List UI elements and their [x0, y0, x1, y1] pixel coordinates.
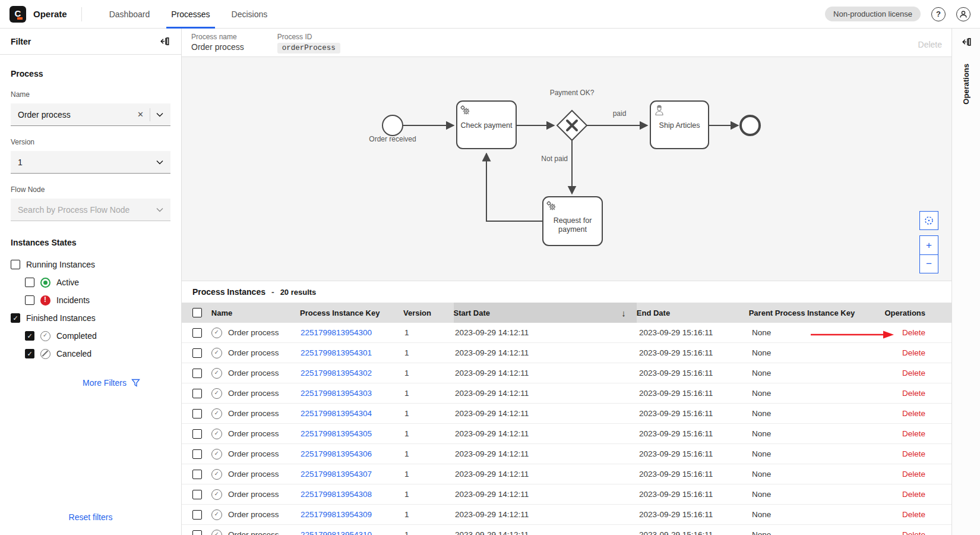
start-event-order-received[interactable]: [382, 115, 403, 136]
row-checkbox[interactable]: [192, 348, 202, 358]
instance-start-date: 2023-09-29 14:12:11: [455, 343, 639, 363]
reset-zoom-button[interactable]: [919, 211, 938, 230]
instance-name: Order process: [228, 470, 279, 479]
instance-version: 1: [404, 449, 455, 458]
row-checkbox[interactable]: [192, 510, 202, 520]
chevron-down-icon[interactable]: [156, 160, 163, 165]
operations-panel-collapsed: Operations: [951, 29, 980, 535]
delete-instance-link[interactable]: Delete: [902, 369, 925, 377]
checkbox[interactable]: [25, 349, 34, 358]
checkbox[interactable]: [11, 260, 20, 269]
flow-node-combobox[interactable]: [11, 199, 170, 221]
instance-state-filter: Incidents: [11, 291, 170, 309]
row-checkbox[interactable]: [192, 530, 202, 535]
version-dropdown[interactable]: 1: [11, 151, 170, 174]
chevron-down-icon[interactable]: [156, 112, 163, 117]
row-checkbox[interactable]: [192, 490, 202, 499]
instance-key-link[interactable]: 2251799813954310: [301, 530, 372, 535]
process-name: Order process: [191, 42, 244, 52]
instance-version: 1: [404, 409, 455, 418]
instance-key-link[interactable]: 2251799813954303: [301, 389, 372, 398]
state-label: Finished Instances: [26, 313, 96, 323]
table-header-row: Name Process Instance Key Version Start …: [182, 303, 951, 323]
process-name-combobox[interactable]: Order process ✕: [11, 103, 170, 126]
task-request-payment-label-line1: Request for: [554, 216, 592, 225]
delete-instance-link[interactable]: Delete: [902, 348, 925, 357]
row-checkbox[interactable]: [192, 449, 202, 459]
delete-instance-link[interactable]: Delete: [902, 429, 925, 438]
instance-key-link[interactable]: 2251799813954302: [301, 369, 372, 377]
instance-key-link[interactable]: 2251799813954304: [301, 409, 372, 418]
process-header: Process name Order process Process ID or…: [182, 29, 951, 57]
tab-decisions[interactable]: Decisions: [221, 0, 279, 29]
instance-key-link[interactable]: 2251799813954309: [301, 510, 372, 519]
completed-state-icon: [211, 348, 222, 358]
instance-key-link[interactable]: 2251799813954305: [301, 429, 372, 438]
operations-panel-label[interactable]: Operations: [962, 64, 970, 105]
main-nav: Dashboard Processes Decisions: [99, 0, 279, 29]
instance-start-date: 2023-09-29 14:12:11: [455, 424, 639, 443]
row-checkbox[interactable]: [192, 369, 202, 378]
zoom-out-button[interactable]: −: [919, 254, 938, 273]
clear-selection-icon[interactable]: ✕: [135, 110, 150, 119]
process-id-label: Process ID: [277, 33, 340, 41]
instance-end-date: 2023-09-29 15:16:11: [639, 429, 752, 438]
column-header-end-date[interactable]: End Date: [637, 309, 749, 317]
help-icon[interactable]: ?: [931, 7, 946, 21]
sort-descending-icon[interactable]: ↓: [621, 308, 626, 318]
instance-version: 1: [404, 470, 455, 479]
column-header-start-date[interactable]: Start Date ↓: [454, 303, 637, 323]
select-all-checkbox[interactable]: [192, 308, 202, 317]
column-header-process-instance-key[interactable]: Process Instance Key: [300, 309, 403, 317]
tab-dashboard[interactable]: Dashboard: [99, 0, 161, 29]
collapse-filter-panel-icon[interactable]: [158, 35, 170, 48]
delete-instance-link[interactable]: Delete: [902, 449, 925, 458]
delete-instance-link[interactable]: Delete: [902, 409, 925, 418]
delete-instance-link[interactable]: Delete: [902, 510, 925, 519]
table-row: Order process 2251799813954308 1 2023-09…: [182, 484, 951, 505]
instance-key-link[interactable]: 2251799813954308: [301, 490, 372, 499]
zoom-in-button[interactable]: +: [919, 235, 938, 254]
row-checkbox[interactable]: [192, 470, 202, 479]
instance-key-link[interactable]: 2251799813954300: [301, 328, 372, 337]
end-event[interactable]: [741, 116, 760, 135]
checkbox[interactable]: [25, 295, 34, 305]
user-avatar-icon[interactable]: [956, 7, 970, 21]
process-id-chip: orderProcess: [277, 43, 340, 54]
column-header-name[interactable]: Name: [211, 309, 300, 317]
checkbox[interactable]: [11, 313, 20, 323]
table-row: Order process 2251799813954304 1 2023-09…: [182, 404, 951, 424]
checkbox[interactable]: [25, 331, 34, 341]
expand-operations-panel-icon[interactable]: [960, 36, 972, 48]
table-row: Order process 2251799813954301 1 2023-09…: [182, 343, 951, 363]
row-checkbox[interactable]: [192, 429, 202, 439]
instance-key-link[interactable]: 2251799813954306: [301, 449, 372, 458]
instance-name: Order process: [228, 449, 279, 458]
delete-instance-link[interactable]: Delete: [902, 530, 925, 535]
instance-key-link[interactable]: 2251799813954307: [301, 470, 372, 479]
instance-end-date: 2023-09-29 15:16:11: [639, 510, 752, 519]
state-label: Canceled: [56, 349, 91, 358]
delete-instance-link[interactable]: Delete: [902, 470, 925, 479]
chevron-down-icon[interactable]: [156, 207, 163, 212]
instance-key-link[interactable]: 2251799813954301: [301, 348, 372, 357]
row-checkbox[interactable]: [192, 389, 202, 398]
instance-version: 1: [404, 348, 455, 357]
instance-parent-key: None: [752, 470, 889, 479]
reset-filters-button[interactable]: Reset filters: [69, 512, 113, 522]
completed-state-icon: [211, 388, 222, 399]
delete-process-button-disabled[interactable]: Delete: [918, 40, 942, 49]
column-header-version[interactable]: Version: [403, 309, 454, 317]
more-filters-button[interactable]: More Filters: [11, 378, 170, 388]
delete-instance-link[interactable]: Delete: [902, 490, 925, 499]
column-header-parent-key[interactable]: Parent Process Instance Key: [749, 309, 885, 317]
delete-instance-link[interactable]: Delete: [902, 389, 925, 398]
flow-node-search-input[interactable]: [18, 205, 156, 215]
bpmn-diagram-canvas[interactable]: Order received Check payment: [182, 57, 951, 281]
instance-parent-key: None: [752, 348, 889, 357]
tab-processes[interactable]: Processes: [160, 0, 220, 29]
checkbox[interactable]: [25, 278, 34, 287]
delete-instance-link[interactable]: Delete: [902, 328, 925, 337]
row-checkbox[interactable]: [192, 409, 202, 418]
row-checkbox[interactable]: [192, 328, 202, 338]
